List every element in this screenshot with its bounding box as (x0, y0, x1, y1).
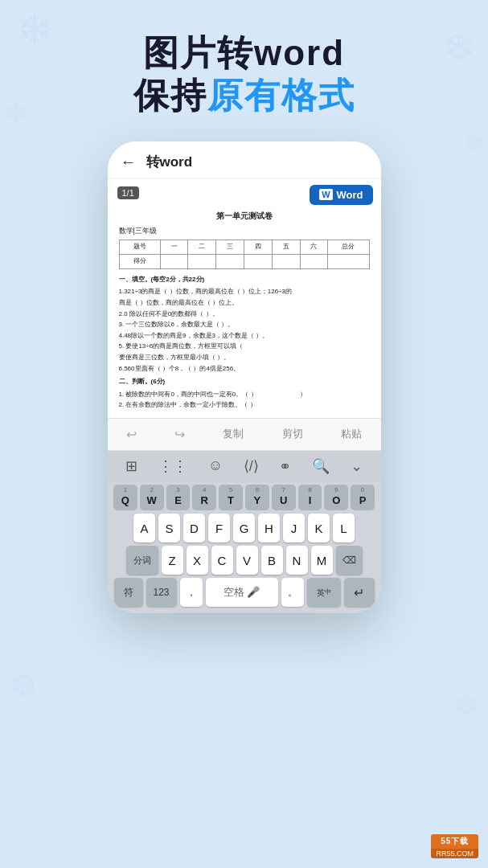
kb-fensi-key[interactable]: 分词 (126, 546, 158, 575)
kb-key-v[interactable]: V (236, 546, 258, 575)
doc-section-2: 二、判断。(6分) 1. 被除数的中间有0，商的中间也一定有0。（ ） ） 2.… (119, 376, 370, 411)
doc-title: 第一单元测试卷 (119, 210, 370, 223)
section1-title: 一、填空。(每空2分，共22分) (119, 274, 370, 285)
kb-emoji-icon[interactable]: ☺ (208, 457, 223, 474)
kb-key-g[interactable]: G (233, 514, 255, 542)
keyboard-top-bar: ⊞ ⋮⋮ ☺ ⟨/⟩ ⚭ 🔍 ⌄ (108, 451, 381, 481)
word-btn-area: W Word (108, 185, 381, 205)
app-title: 转word (146, 153, 193, 171)
table-cell-4 (244, 254, 272, 268)
kb-link-icon[interactable]: ⚭ (279, 457, 291, 475)
kb-enter-key[interactable]: ↵ (344, 578, 375, 607)
table-header-2: 二 (188, 240, 216, 255)
kb-grid2-icon[interactable]: ⋮⋮ (158, 457, 187, 475)
copy-button[interactable]: 复制 (216, 425, 250, 443)
kb-key-r[interactable]: 4R (192, 485, 216, 510)
table-header-5: 五 (272, 240, 300, 255)
header-highlight: 原有格式 (207, 76, 355, 115)
kb-key-p[interactable]: 0P (351, 485, 375, 510)
watermark-line1: 55下载 (431, 834, 478, 849)
section1-item-1b: 商是（ ）位数，商的最高位在（ ）位上。 (119, 297, 370, 309)
kb-key-d[interactable]: D (183, 514, 205, 542)
section1-item-5b: 要使商是三位数，方框里最小填（ ）。 (119, 352, 370, 363)
kb-key-w[interactable]: 2W (140, 485, 164, 510)
doc-body: 一、填空。(每空2分，共22分) 1.321÷3的商是（ ）位数，商的最高位在（… (119, 274, 370, 411)
undo-button[interactable]: ↩ (120, 425, 143, 444)
app-screen: ← 转word 1/1 W Word 第一单元测试卷 数学|三年级 题号 一 (108, 141, 381, 614)
table-cell-6 (300, 254, 328, 268)
word-button-label: Word (337, 189, 363, 201)
kb-key-a[interactable]: A (133, 514, 155, 542)
kb-bottom-row: 符 123 ， 空格 🎤 。 英中 ↵ (111, 578, 378, 612)
kb-backspace-key[interactable]: ⌫ (336, 546, 363, 575)
kb-key-j[interactable]: J (283, 514, 305, 542)
kb-key-x[interactable]: X (187, 546, 208, 575)
table-header-6: 六 (300, 240, 328, 255)
kb-key-n[interactable]: N (286, 546, 308, 575)
table-cell-2 (188, 254, 216, 268)
kb-key-f[interactable]: F (208, 514, 230, 542)
table-header-3: 三 (216, 240, 244, 255)
kb-key-m[interactable]: M (311, 546, 333, 575)
kb-key-e[interactable]: 3E (166, 485, 191, 510)
section2-item-2: 2. 在有余数的除法中，余数一定小于除数。（ ） (119, 399, 370, 411)
word-icon: W (319, 189, 332, 200)
app-header: ← 转word (108, 141, 381, 178)
kb-key-y[interactable]: 6Y (245, 485, 269, 510)
back-button[interactable]: ← (121, 153, 137, 171)
table-cell-1 (160, 254, 188, 268)
redo-button[interactable]: ↪ (168, 425, 191, 444)
kb-key-o[interactable]: 9O (324, 485, 348, 510)
watermark-line2: RR55.COM (431, 849, 478, 858)
kb-chevron-icon[interactable]: ⌄ (351, 457, 363, 475)
section1-item-1: 1.321÷3的商是（ ）位数，商的最高位在（ ）位上；126÷3的 (119, 286, 370, 297)
kb-key-i[interactable]: 8I (298, 485, 322, 510)
table-cell-3 (216, 254, 244, 268)
kb-grid-icon[interactable]: ⊞ (125, 457, 137, 475)
phone-mockup: ← 转word 1/1 W Word 第一单元测试卷 数学|三年级 题号 一 (108, 141, 381, 614)
word-export-button[interactable]: W Word (310, 185, 372, 205)
edit-toolbar: ↩ ↪ 复制 剪切 粘贴 (108, 418, 381, 451)
table-cell-score: 得分 (119, 254, 160, 268)
kb-key-k[interactable]: K (308, 514, 330, 542)
kb-123-key[interactable]: 123 (146, 578, 177, 607)
section1-item-2: 2.0 除以任何不是0的数都得（ ）。 (119, 309, 370, 320)
kb-comma-key[interactable]: ， (180, 578, 203, 607)
kb-qwerty-row: 1Q 2W 3E 4R 5T 6Y 7U 8I 9O 0P (111, 485, 378, 510)
cut-button[interactable]: 剪切 (276, 425, 310, 443)
kb-key-h[interactable]: H (258, 514, 280, 542)
kb-search-icon[interactable]: 🔍 (312, 457, 330, 475)
section2-item-1: 1. 被除数的中间有0，商的中间也一定有0。（ ） ） (119, 389, 370, 400)
paste-button[interactable]: 粘贴 (334, 425, 368, 443)
section1-item-5: 5. 要使13÷6的商是两位数，方框里可以填（ (119, 341, 370, 352)
kb-key-s[interactable]: S (158, 514, 180, 542)
kb-key-z[interactable]: Z (162, 546, 183, 575)
kb-period-key[interactable]: 。 (281, 578, 304, 607)
header-line2: 保持原有格式 (24, 75, 464, 117)
table-cell-5 (272, 254, 300, 268)
doc-subject: 数学|三年级 (119, 226, 370, 237)
kb-key-t[interactable]: 5T (219, 485, 243, 510)
kb-space-key[interactable]: 空格 🎤 (206, 578, 278, 607)
kb-key-c[interactable]: C (211, 546, 233, 575)
doc-section-1: 一、填空。(每空2分，共22分) 1.321÷3的商是（ ）位数，商的最高位在（… (119, 274, 370, 374)
section1-item-3: 3. 一个三位数除以6，余数最大是（ ）。 (119, 319, 370, 330)
kb-code-icon[interactable]: ⟨/⟩ (244, 457, 259, 475)
kb-lang-key[interactable]: 英中 (307, 578, 341, 607)
keyboard-area: ⊞ ⋮⋮ ☺ ⟨/⟩ ⚭ 🔍 ⌄ 1Q 2W 3E 4R 5T 6Y 7U 8I (108, 451, 381, 613)
kb-key-u[interactable]: 7U (272, 485, 296, 510)
section1-item-6: 6.560里面有（ ）个8，（ ）的4倍是256。 (119, 363, 370, 375)
kb-fu-key[interactable]: 符 (114, 578, 143, 607)
document-wrapper: 第一单元测试卷 数学|三年级 题号 一 二 三 四 五 六 总分 得分 (108, 205, 381, 418)
section1-item-4: 4.48除以一个数的商是9，余数是3，这个数是（ ）。 (119, 330, 370, 342)
table-cell-total (328, 254, 369, 268)
header-line1: 图片转word (24, 32, 464, 75)
kb-rows: 1Q 2W 3E 4R 5T 6Y 7U 8I 9O 0P A S D F (108, 481, 381, 613)
doc-table: 题号 一 二 三 四 五 六 总分 得分 (119, 240, 370, 269)
table-header-0: 题号 (119, 240, 160, 255)
kb-key-b[interactable]: B (261, 546, 283, 575)
table-header-1: 一 (160, 240, 188, 255)
document-content: 第一单元测试卷 数学|三年级 题号 一 二 三 四 五 六 总分 得分 (108, 205, 381, 418)
kb-key-q[interactable]: 1Q (113, 485, 137, 510)
kb-key-l[interactable]: L (333, 514, 355, 542)
